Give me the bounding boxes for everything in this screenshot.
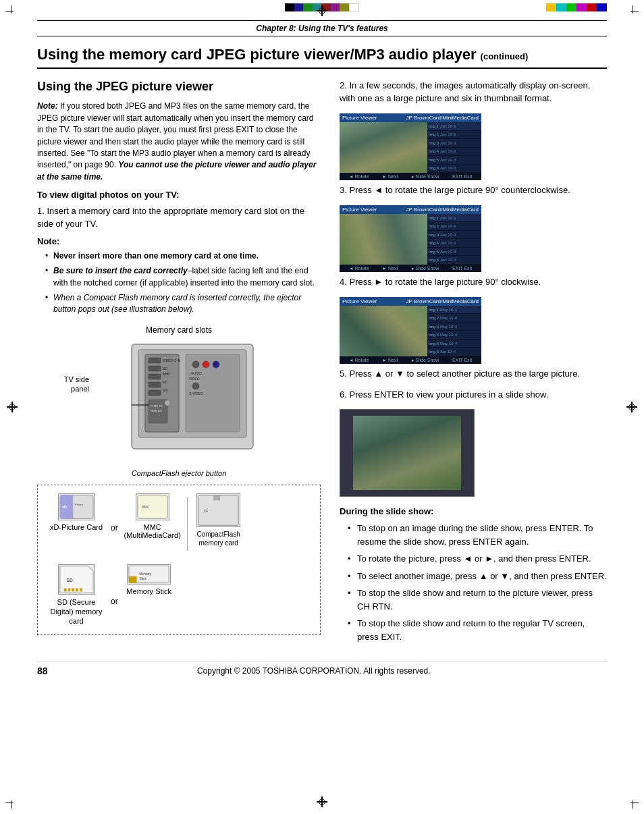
svg-point-16 xyxy=(165,400,170,406)
svg-text:VIDEO-3 IN: VIDEO-3 IN xyxy=(163,358,181,362)
diagram-area: Memory card slots TV side panel xyxy=(37,325,321,635)
sd-card: SD SD (Secure Digital) memory card xyxy=(46,564,107,626)
svg-text:AUDIO: AUDIO xyxy=(191,371,202,375)
svg-text:CF: CF xyxy=(204,510,208,513)
svg-text:MMC: MMC xyxy=(163,372,171,376)
compactflash-label: CompactFlash ejector button xyxy=(91,469,267,477)
diagram-label: Memory card slots xyxy=(37,325,321,335)
svg-rect-5 xyxy=(149,374,161,379)
screenshot-1: Picture Viewer JP BrownCard/MiniMediaCar… xyxy=(340,113,607,180)
section-title: Using the JPEG picture viewer xyxy=(37,80,321,94)
crop-mark-br xyxy=(625,795,639,809)
svg-text:xD: xD xyxy=(61,505,66,509)
mmc-label: MMC (MultiMediaCard) xyxy=(122,523,183,539)
svg-point-20 xyxy=(213,361,219,368)
svg-text:xD: xD xyxy=(163,380,167,384)
svg-point-19 xyxy=(203,361,209,368)
card-row1: xD Picture xD-Picture Card or xyxy=(46,493,312,551)
tv-diagram-wrapper: TV side panel xyxy=(91,337,267,477)
svg-point-18 xyxy=(192,361,199,368)
svg-rect-38 xyxy=(68,588,70,591)
sd-label: SD (Secure Digital) memory card xyxy=(46,597,107,626)
note2-label: Note: xyxy=(37,236,321,246)
right-column: 2. In a few seconds, the images automati… xyxy=(340,80,607,647)
card-row2: SD SD (Secure Digital) memory card xyxy=(46,564,312,626)
svg-text:SD: SD xyxy=(163,367,167,371)
copyright: Copyright © 2005 TOSHIBA CORPORATION. Al… xyxy=(197,666,431,676)
mmc-card: MMC MMC (MultiMediaCard) xyxy=(122,493,183,539)
svg-text:Picture: Picture xyxy=(75,504,83,506)
note-block: Note: If you stored both JPEG and MP3 fi… xyxy=(37,101,321,183)
step5: 5. Press ▲ or ▼ to select another pictur… xyxy=(340,368,607,381)
svg-text:MS: MS xyxy=(163,388,168,392)
bullet3: When a Compact Flash memory card is inse… xyxy=(45,292,321,316)
during-list: To stop on an image during the slide sho… xyxy=(340,522,607,643)
svg-point-23 xyxy=(192,383,199,389)
svg-rect-7 xyxy=(149,390,161,396)
during-heading: During the slide show: xyxy=(340,506,607,516)
card-types-section: xD Picture xD-Picture Card or xyxy=(37,485,321,635)
svg-rect-37 xyxy=(63,588,66,591)
during-item-2: To rotate the picture, press ◄ or ►, and… xyxy=(348,552,607,566)
svg-text:Stick: Stick xyxy=(140,577,147,580)
xd-card: xD Picture xD-Picture Card xyxy=(46,493,107,531)
svg-rect-39 xyxy=(72,588,74,591)
page-number: 88 xyxy=(37,666,48,676)
main-title: Using the memory card JPEG picture viewe… xyxy=(37,46,607,69)
svg-text:REMOVE: REMOVE xyxy=(151,409,163,412)
svg-rect-43 xyxy=(129,576,137,583)
tv-diagram-svg: VIDEO-3 IN SD MMC xD MS PUSH TO REMOVE xyxy=(91,337,267,466)
during-item-5: To stop the slide show and return to the… xyxy=(348,617,607,643)
or-text-2: or xyxy=(111,597,118,606)
svg-rect-3 xyxy=(149,358,161,363)
during-item-4: To stop the slide show and return to the… xyxy=(348,587,607,613)
svg-text:VIDEO: VIDEO xyxy=(189,377,200,381)
left-column: Using the JPEG picture viewer Note: If y… xyxy=(37,80,321,647)
svg-rect-41 xyxy=(79,588,82,591)
step2: 2. In a few seconds, the images automati… xyxy=(340,80,607,105)
svg-rect-4 xyxy=(149,366,161,371)
svg-rect-40 xyxy=(76,588,78,591)
crosshair-bottom xyxy=(317,796,327,807)
svg-rect-6 xyxy=(149,382,161,387)
screenshot-3: Picture Viewer JP BrownCard/MiniMediaCar… xyxy=(340,297,607,364)
note-bullets: Never insert more than one memory card a… xyxy=(37,250,321,316)
during-item-3: To select another image, press ▲ or ▼, a… xyxy=(348,570,607,583)
svg-text:MMC: MMC xyxy=(141,506,149,509)
svg-text:Memory: Memory xyxy=(140,572,152,576)
bullet2: Be sure to insert the card correctly–lab… xyxy=(45,265,321,289)
step6: 6. Press ENTER to view your pictures in … xyxy=(340,389,607,402)
tv-side-label: TV side panel xyxy=(52,375,89,394)
compactflash-card: CF CompactFlash memory card xyxy=(192,493,246,547)
step1: 1. Insert a memory card into the appropr… xyxy=(37,205,321,231)
memory-stick-card: Memory Stick Memory Stick xyxy=(122,564,176,595)
chapter-header: Chapter 8: Using the TV's features xyxy=(37,20,607,36)
or-text-1: or xyxy=(111,523,118,533)
svg-text:PUSH TO: PUSH TO xyxy=(151,404,163,408)
compactflash-card-label: CompactFlash memory card xyxy=(192,530,246,547)
bullet1: Never insert more than one memory card a… xyxy=(45,250,321,262)
svg-rect-33 xyxy=(213,495,220,500)
to-view-heading: To view digital photos on your TV: xyxy=(37,190,321,200)
svg-text:S-VIDEO: S-VIDEO xyxy=(189,391,203,396)
footer: 88 Copyright © 2005 TOSHIBA CORPORATION.… xyxy=(37,661,607,676)
during-item-1: To stop on an image during the slide sho… xyxy=(348,522,607,548)
slideshow-screenshot xyxy=(340,409,475,497)
step3: 3. Press ◄ to rotate the large picture 9… xyxy=(340,184,607,197)
crop-mark-bl xyxy=(5,795,19,809)
step4: 4. Press ► to rotate the large picture 9… xyxy=(340,276,607,289)
memorystick-label: Memory Stick xyxy=(126,587,171,595)
two-col-layout: Using the JPEG picture viewer Note: If y… xyxy=(37,80,607,647)
divider xyxy=(187,497,188,551)
screenshot-2: Picture Viewer JP BrownCard/MiniMediaCar… xyxy=(340,205,607,272)
svg-text:SD: SD xyxy=(66,578,72,582)
